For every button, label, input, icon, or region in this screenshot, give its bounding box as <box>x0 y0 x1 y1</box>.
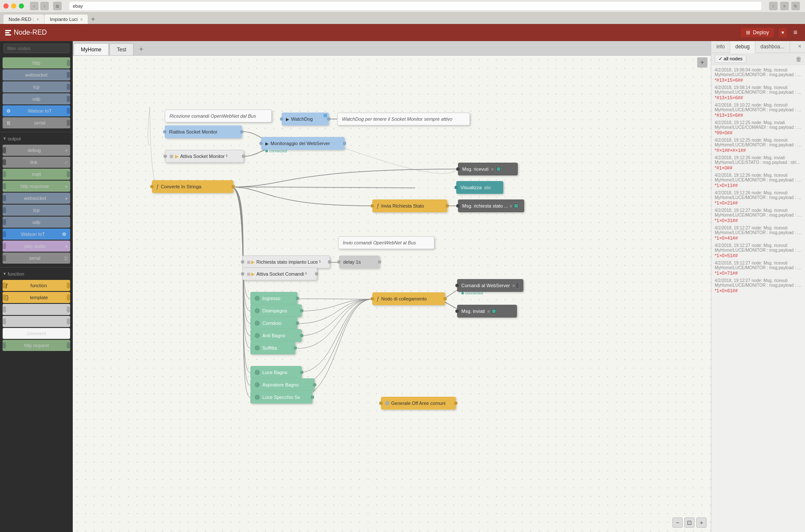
node-item-function[interactable]: ƒ function <box>3 280 70 291</box>
canvas[interactable]: Ricezione comandi OpenWebNet dal Bus ▶ W… <box>73 56 711 532</box>
node-item-debug[interactable]: debug ≡ <box>3 145 70 156</box>
attiva-arrow-icon: ▶ <box>175 154 178 159</box>
flow-node-disimpegno[interactable]: Disimpegno <box>250 304 302 317</box>
node-item-trigger[interactable]: trigger <box>3 316 70 327</box>
traffic-light-yellow[interactable] <box>11 3 16 9</box>
flow-node-corridoio[interactable]: Corridoio <box>250 317 297 330</box>
address-bar[interactable]: ebay <box>69 2 761 10</box>
flow-node-attiva[interactable]: ⊞ ▶ Attiva Socket Monitor ¹ <box>165 150 244 163</box>
node-item-tcp-out[interactable]: tcp <box>3 205 70 216</box>
flow-node-generale-off[interactable]: Generale Off Aree comuni <box>381 397 456 410</box>
flow-node-soffitta[interactable]: Soffitta <box>250 342 295 354</box>
new-tab-plus[interactable]: + <box>88 15 98 24</box>
luce-specchio-circle <box>255 395 260 400</box>
back-button[interactable]: ‹ <box>30 2 39 10</box>
logo-bar-2 <box>5 32 9 33</box>
flow-node-ingresso[interactable]: Ingresso <box>250 292 297 305</box>
msg-ricevuti-toggle[interactable] <box>496 166 502 172</box>
browser-tab-1[interactable]: Node-RED : × <box>3 15 44 24</box>
function-label: function <box>10 283 68 288</box>
msg-richiesta-toggle[interactable] <box>513 203 519 209</box>
flow-node-msg-richiesta[interactable]: Msg. richiesta stato ... ≡ <box>458 199 524 212</box>
node-item-udp[interactable]: udp <box>3 93 70 104</box>
zoom-in-button[interactable]: + <box>696 517 707 528</box>
zoom-out-button[interactable]: − <box>672 517 683 528</box>
tab1-close[interactable]: × <box>36 17 39 22</box>
right-panel-close[interactable]: ✕ <box>794 41 805 53</box>
flow-node-delay[interactable]: delay 1s <box>339 256 380 268</box>
debug-clear-button[interactable]: 🗑 <box>796 56 802 62</box>
flow-node-riattiva[interactable]: Riattiva Socket Monitor <box>165 125 242 138</box>
traffic-light-red[interactable] <box>3 3 9 9</box>
node-item-play-audio[interactable]: play audio ≡ <box>3 241 70 252</box>
reload-button[interactable]: ↻ <box>791 2 800 10</box>
flow-node-converte[interactable]: ƒ Converte In Stringa <box>152 180 233 193</box>
canvas-tab-add-button[interactable]: + <box>697 57 707 68</box>
node-item-serial[interactable]: ||| serial <box>3 117 70 128</box>
flow-node-invia-richiesta[interactable]: ƒ Invia Richiesta Stato <box>372 199 447 212</box>
new-tab-button[interactable]: + <box>780 2 789 10</box>
node-item-watson-out[interactable]: Watson IoT ⚙ <box>3 229 70 240</box>
debug-msg-value-6: *1×0×11## <box>715 182 802 188</box>
logo-bar-1 <box>5 30 11 31</box>
traffic-light-green[interactable] <box>19 3 24 9</box>
flow-node-richiesta-stato[interactable]: ⊞ ▶ Richiesta stato impianto Luce ¹ <box>242 256 330 268</box>
tab-debug[interactable]: debug <box>730 41 755 53</box>
node-item-template[interactable]: {} template <box>3 292 70 303</box>
flow-node-msg-ricevuti[interactable]: Msg. ricevuti ≡ <box>458 163 518 175</box>
msg-inviati-toggle[interactable] <box>491 308 497 314</box>
browser-tab-2[interactable]: Impianto Luci × <box>45 15 88 24</box>
link-label: link <box>5 160 62 165</box>
hamburger-menu[interactable]: ≡ <box>791 27 800 38</box>
deploy-button[interactable]: ⊞ Deploy <box>741 28 774 37</box>
search-input[interactable] <box>3 44 69 53</box>
flow-node-attiva-comandi[interactable]: ⊞ ▶ Attiva Socket Comandi ¹ <box>242 267 317 280</box>
node-item-http-request[interactable]: http request <box>3 340 70 351</box>
comandi-toggle[interactable] <box>516 282 519 288</box>
flow-node-watchdog[interactable]: ▶ WatchDog <box>282 113 329 125</box>
node-item-comment[interactable]: comment <box>3 328 70 339</box>
flow-node-luce-bagno[interactable]: Luce Bagno <box>250 366 302 379</box>
node-item-delay[interactable]: delay <box>3 304 70 315</box>
node-item-websocket[interactable]: websocket <box>3 69 70 80</box>
node-item-http-response[interactable]: http response ● <box>3 181 70 192</box>
debug-msg-path-8: MyHome/LUCE/MONITOR : msg.payload : stri… <box>715 213 802 217</box>
node-item-http[interactable]: http <box>3 57 70 68</box>
grid-view-button[interactable]: ⊞ <box>53 2 62 10</box>
tab-test[interactable]: Test <box>110 43 134 55</box>
flow-node-anti-bagno[interactable]: Anti Bagno <box>250 329 302 342</box>
generale-circle-icon <box>385 401 389 405</box>
flow-node-luce-specchio[interactable]: Luce Specchio Sx <box>250 391 312 404</box>
node-item-mqtt[interactable]: mqtt <box>3 169 70 180</box>
flow-node-comandi-webserver[interactable]: Comandi al WebServer ≡ connected <box>457 279 523 292</box>
flow-node-nodo-collegamento[interactable]: ƒ Nodo di collegamento <box>372 292 445 305</box>
node-item-watson-input[interactable]: ⚙ Watson IoT <box>3 105 70 116</box>
flow-node-ricezione[interactable]: Ricezione comandi OpenWebNet dal Bus <box>165 110 272 122</box>
deploy-dropdown-button[interactable]: ▾ <box>779 28 787 37</box>
tab-bar: MyHome Test + <box>73 41 711 56</box>
share-button[interactable]: ↑ <box>769 2 778 10</box>
node-item-serial-out[interactable]: serial ||| <box>3 253 70 264</box>
node-item-udp-out[interactable]: udp <box>3 217 70 228</box>
node-item-link[interactable]: link ⤢ <box>3 157 70 168</box>
flow-node-visualizza[interactable]: Visualizza abc <box>456 181 503 194</box>
tab-dashboard[interactable]: dashboa... <box>755 41 790 53</box>
zoom-fit-button[interactable]: ⊡ <box>684 517 695 528</box>
flow-node-watchdog-desc[interactable]: WatchDog per tenere il Socket Monitor se… <box>337 113 470 125</box>
tab-myhome[interactable]: MyHome <box>74 43 109 55</box>
http-request-label: http request <box>5 343 68 348</box>
debug-msg-time-8: 4/2/2018, 19:12:27 node: Msg. ricevuti <box>715 208 802 213</box>
flow-node-msg-inviati[interactable]: Msg. inviati ≡ <box>457 305 517 318</box>
debug-filter-button[interactable]: ✓ all nodes <box>715 55 746 63</box>
flow-node-invio-comandi[interactable]: Invio comandi OpenWebNet al Bus <box>338 236 434 249</box>
debug-msg-value-7: *1×0×21## <box>715 200 802 206</box>
tab2-close[interactable]: × <box>80 17 83 22</box>
debug-messages[interactable]: 4/2/2018, 19:06:04 node: Msg. ricevuti M… <box>711 65 805 532</box>
tab-info[interactable]: info <box>711 41 730 53</box>
node-item-websocket-out[interactable]: websocket ● <box>3 193 70 204</box>
tab-add[interactable]: + <box>135 43 147 55</box>
forward-button[interactable]: › <box>40 2 49 10</box>
node-item-tcp[interactable]: tcp <box>3 81 70 92</box>
flow-node-monitoraggio[interactable]: ▶ Monitoraggio del WebServer connected <box>261 137 345 150</box>
flow-node-aspiratore[interactable]: Aspiratore Bagno <box>250 378 315 391</box>
